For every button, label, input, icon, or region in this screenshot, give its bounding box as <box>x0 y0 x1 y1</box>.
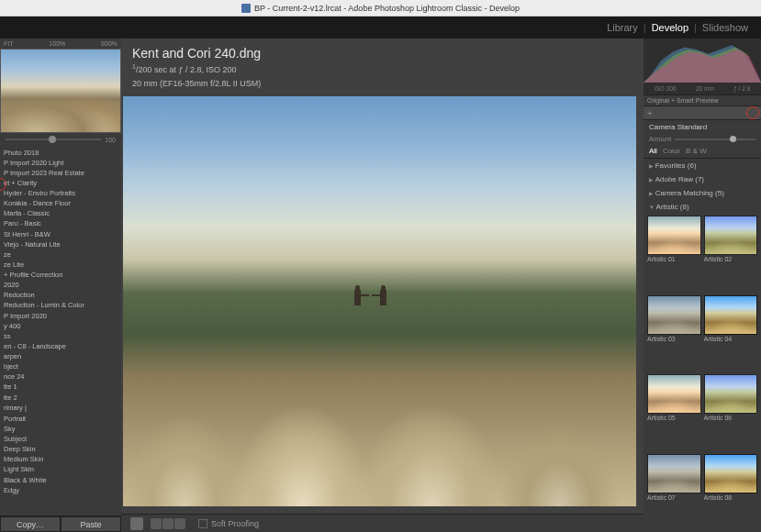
main-image-viewport[interactable] <box>123 96 636 506</box>
preset-item[interactable]: en - C8 - Landscape <box>2 341 121 351</box>
preset-item[interactable]: P Import 2020 Light <box>2 158 121 168</box>
soft-proofing-checkbox[interactable] <box>198 519 207 528</box>
profile-group-adoberaw[interactable]: Adobe Raw (7) <box>643 172 761 186</box>
before-after-split-icon[interactable] <box>174 518 185 529</box>
filter-tab-all[interactable]: All <box>649 147 657 155</box>
photo-person-left <box>354 289 361 305</box>
profile-thumbnail <box>704 374 758 414</box>
preset-item[interactable]: Paro - Basic <box>2 219 121 229</box>
profile-filter-tabs: All Color B & W <box>643 144 761 159</box>
soft-proofing-toggle: Soft Proofing <box>198 519 259 528</box>
preset-item[interactable]: + Profile Correction <box>2 271 121 281</box>
nav-800[interactable]: 800% <box>101 40 118 47</box>
profile-thumbnail-label: Artistic 06 <box>704 414 758 422</box>
nav-fit[interactable]: FIT <box>4 40 14 47</box>
navigator-header: FIT 100% 800% <box>0 39 121 49</box>
module-develop[interactable]: Develop <box>646 22 694 33</box>
profile-group-artistic[interactable]: Artistic (8) <box>643 200 761 214</box>
preset-item[interactable]: tte 2 <box>2 393 121 403</box>
histogram-graph <box>643 39 761 83</box>
profile-thumbnail-cell[interactable]: Artistic 06 <box>704 374 758 451</box>
profile-thumbnail-cell[interactable]: Artistic 08 <box>704 454 758 531</box>
left-panel: FIT 100% 800% 100 Photo 2018P Import 202… <box>0 39 121 532</box>
preset-item[interactable]: bject <box>2 362 121 372</box>
preset-list[interactable]: Photo 2018P Import 2020 LightP Import 20… <box>0 146 121 515</box>
add-profile-icon[interactable]: + <box>647 108 653 118</box>
profile-thumbnail-cell[interactable]: Artistic 01 <box>647 216 701 293</box>
profile-thumbnail-cell[interactable]: Artistic 03 <box>647 295 701 372</box>
module-picker: Library | Develop | Slideshow <box>0 17 761 39</box>
profile-thumbnail-cell[interactable]: Artistic 05 <box>647 374 701 451</box>
soft-proofing-label: Soft Proofing <box>211 519 259 528</box>
preset-item[interactable]: Portrait <box>2 414 121 424</box>
preset-item[interactable]: Viejo - Natural Lite <box>2 239 121 249</box>
filter-tab-bw[interactable]: B & W <box>686 147 707 155</box>
profile-panel-header[interactable]: + <box>643 105 761 120</box>
histogram-exif: ISO 200 20 mm ƒ / 2.8 <box>643 84 761 93</box>
amount-label: Amount <box>649 136 671 142</box>
preset-item[interactable]: rimary | <box>2 403 121 413</box>
preset-item[interactable]: P Import 2020 <box>2 311 121 321</box>
center-panel: Kent and Cori 240.dng 1/200 sec at ƒ / 2… <box>121 39 643 532</box>
app-icon <box>241 4 251 13</box>
zoom-slider[interactable] <box>6 139 101 140</box>
window-titlebar: BP - Current-2-v12.lrcat - Adobe Photosh… <box>0 0 761 17</box>
preset-item[interactable]: Korakia - Dance Floor <box>2 199 121 209</box>
preset-item[interactable]: Edgy <box>2 485 121 495</box>
preset-item[interactable]: 2020 <box>2 281 121 291</box>
before-after-tb-icon[interactable] <box>162 518 173 529</box>
preset-item[interactable]: y 400 <box>2 321 121 331</box>
image-lens: 20 mm (EF16-35mm f/2.8L II USM) <box>132 78 632 90</box>
preset-item[interactable]: Black & White <box>2 475 121 485</box>
preset-item[interactable]: P Import 2023 Real Estate <box>2 168 121 178</box>
profile-thumbnail-cell[interactable]: Artistic 02 <box>704 216 758 293</box>
profile-thumbnail <box>647 295 701 335</box>
preset-item[interactable]: tte 1 <box>2 382 121 393</box>
preset-item[interactable]: St Henri - B&W <box>2 229 121 239</box>
before-after-lr-icon[interactable] <box>151 518 162 529</box>
preset-item[interactable]: et + Clarity <box>2 178 121 188</box>
profile-name[interactable]: Camera Standard <box>643 120 761 134</box>
profile-thumbnail-label: Artistic 05 <box>647 414 701 422</box>
profile-thumbnail <box>647 374 701 414</box>
preset-item[interactable]: Subject <box>2 435 121 445</box>
preset-item[interactable]: Light Skin <box>2 465 121 475</box>
profile-thumbnail <box>647 216 701 255</box>
nav-100[interactable]: 100% <box>49 40 65 47</box>
zoom-value: 100 <box>105 137 116 143</box>
paste-button[interactable]: Paste <box>61 516 121 532</box>
preset-item[interactable]: ze Lite <box>2 260 121 270</box>
histogram[interactable]: ISO 200 20 mm ƒ / 2.8 <box>643 39 761 95</box>
before-after-group <box>151 518 185 529</box>
preset-item[interactable]: Sky <box>2 424 121 434</box>
zoom-slider-handle[interactable] <box>49 136 56 143</box>
preset-item[interactable]: Marfa - Classic <box>2 209 121 219</box>
preset-item[interactable]: Reduction - Lumin & Color <box>2 301 121 311</box>
navigator-thumbnail[interactable] <box>0 49 121 133</box>
copy-paste-bar: Copy… Paste <box>0 515 121 532</box>
filter-tab-color[interactable]: Color <box>663 147 680 155</box>
preset-item[interactable]: arpen <box>2 352 121 362</box>
profile-group-favorites[interactable]: Favorites (6) <box>643 159 761 172</box>
preset-item[interactable]: Photo 2018 <box>2 148 121 158</box>
profile-amount-row: Amount <box>643 134 761 144</box>
histo-aperture: ƒ / 2.8 <box>733 85 750 92</box>
preset-item[interactable]: nce 24 <box>2 372 121 382</box>
profile-thumbnail-cell[interactable]: Artistic 04 <box>704 295 758 372</box>
preset-item[interactable]: ze <box>2 249 121 260</box>
preset-item[interactable]: ss <box>2 331 121 341</box>
image-exposure: 1/200 sec at ƒ / 2.8, ISO 200 <box>132 62 632 76</box>
module-slideshow[interactable]: Slideshow <box>697 22 754 33</box>
preset-item[interactable]: Deep Skin <box>2 445 121 455</box>
profile-thumbnail-cell[interactable]: Artistic 07 <box>647 454 701 531</box>
preset-item[interactable]: Reduction <box>2 291 121 301</box>
histo-focal: 20 mm <box>696 85 714 92</box>
loupe-view-icon[interactable] <box>130 517 143 530</box>
preset-item[interactable]: Medium Skin <box>2 455 121 465</box>
amount-slider[interactable] <box>675 139 755 140</box>
copy-button[interactable]: Copy… <box>0 516 61 532</box>
smart-preview-status: Original + Smart Preview <box>643 95 761 105</box>
module-library[interactable]: Library <box>601 22 643 33</box>
preset-item[interactable]: Hyder - Enviro Portraits <box>2 189 121 199</box>
profile-group-cameramatching[interactable]: Camera Matching (5) <box>643 186 761 200</box>
